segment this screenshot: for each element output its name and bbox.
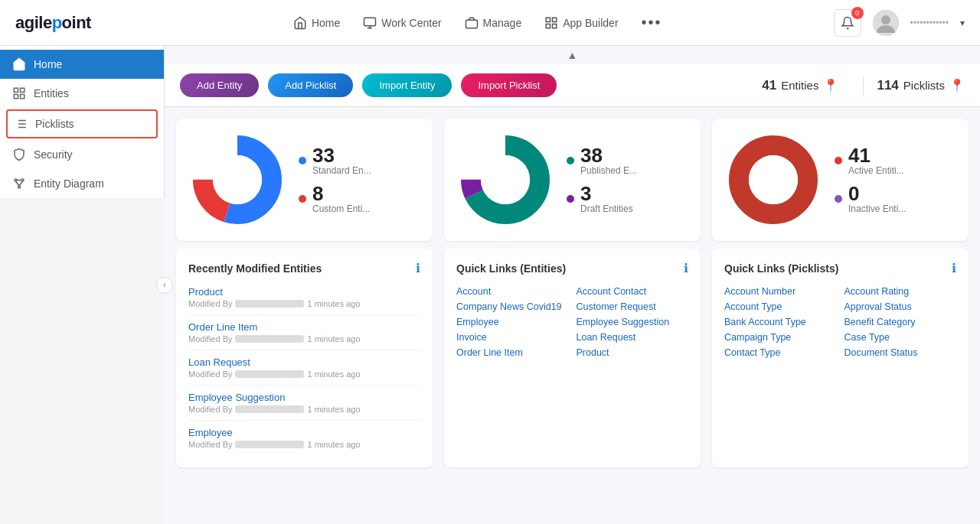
quick-link-account-type[interactable]: Account Type	[724, 301, 837, 312]
chart-card-2: 38 Published E... 3 Draft Entities	[444, 119, 701, 241]
quick-link-document-status[interactable]: Document Status	[844, 347, 957, 358]
entities-number: 41	[762, 78, 776, 93]
custom-label: Custom Enti...	[312, 203, 370, 214]
import-picklist-button[interactable]: Import Picklist	[461, 73, 557, 97]
picklists-icon	[14, 117, 28, 131]
nav-appbuilder-label: App Builder	[563, 17, 618, 29]
svg-point-22	[213, 155, 262, 204]
home-icon	[293, 16, 307, 30]
legend-item-draft: 3 Draft Entities	[567, 184, 637, 214]
modified-item-meta: Modified By 1 minutes ago	[188, 440, 420, 449]
recently-modified-info-icon[interactable]: ℹ	[416, 261, 420, 275]
quick-link-contact-type[interactable]: Contact Type	[724, 347, 837, 358]
active-label: Active Entiti...	[848, 165, 904, 176]
quick-link-bank-account-type[interactable]: Bank Account Type	[724, 317, 837, 327]
sidebar-security-label: Security	[34, 148, 73, 161]
sidebar-item-security[interactable]: Security	[0, 140, 164, 169]
entities-label: Entities	[781, 79, 818, 92]
import-entity-button[interactable]: Import Entity	[362, 73, 452, 97]
modified-item-name[interactable]: Loan Request	[188, 356, 420, 368]
home-icon	[12, 57, 26, 71]
chart-legend-1: 33 Standard En... 8 Custom Enti...	[299, 145, 371, 214]
avatar[interactable]	[873, 10, 899, 36]
quick-link-invoice[interactable]: Invoice	[456, 332, 569, 343]
active-count: 41	[848, 145, 904, 165]
modified-item-name[interactable]: Employee Suggestion	[188, 392, 420, 403]
legend-item-active: 41 Active Entiti...	[835, 145, 906, 176]
active-dot	[835, 157, 842, 164]
nav-more-button[interactable]: •••	[642, 14, 662, 31]
quick-link-benefit-category[interactable]: Benefit Category	[844, 317, 957, 327]
nav-items: Home Work Center Manage App Builder •••	[122, 14, 834, 31]
donut-chart-1	[191, 134, 283, 226]
add-picklist-button[interactable]: Add Picklist	[268, 73, 353, 97]
main-content: ▲ Add Entity Add Picklist Import Entity …	[165, 46, 980, 524]
nav-workcenter[interactable]: Work Center	[363, 16, 441, 30]
sidebar-item-picklists[interactable]: Picklists	[6, 109, 158, 138]
svg-rect-10	[14, 88, 18, 92]
quick-links-entities-card: Quick Links (Entities) ℹ Account Account…	[444, 249, 701, 467]
notifications-button[interactable]: 0	[834, 9, 861, 37]
chart-card-1: 33 Standard En... 8 Custom Enti...	[176, 119, 433, 241]
sidebar-item-home[interactable]: Home	[0, 50, 164, 79]
svg-rect-12	[14, 95, 18, 99]
modified-item-meta: Modified By 1 minutes ago	[188, 334, 420, 343]
sidebar-item-entities[interactable]: Entities	[0, 79, 164, 108]
quick-link-account-contact[interactable]: Account Contact	[577, 286, 689, 297]
quick-links-entities-grid: Account Account Contact Company News Cov…	[456, 286, 688, 358]
modified-item-name[interactable]: Order Line Item	[188, 321, 420, 333]
svg-point-16	[18, 186, 21, 188]
quick-link-order-line-item[interactable]: Order Line Item	[456, 347, 569, 358]
modified-item-name[interactable]: Product	[188, 286, 420, 298]
picklists-count-display: 114 Picklists 📍	[877, 78, 965, 93]
nav-workcenter-label: Work Center	[381, 17, 441, 29]
quick-link-customer-request[interactable]: Customer Request	[577, 301, 689, 312]
picklists-label: Picklists	[903, 79, 945, 92]
notification-badge: 0	[851, 7, 864, 19]
quick-links-picklists-header: Quick Links (Picklists) ℹ	[724, 261, 956, 275]
inactive-label: Inactive Enti...	[848, 203, 906, 214]
chart-legend-2: 38 Published E... 3 Draft Entities	[567, 145, 637, 214]
entities-count-display: 41 Entities 📍	[762, 78, 838, 93]
quick-links-picklists-info-icon[interactable]: ℹ	[952, 261, 956, 275]
quick-link-loan-request[interactable]: Loan Request	[577, 332, 689, 343]
logo[interactable]: agilepoint	[15, 13, 91, 33]
quick-link-account[interactable]: Account	[456, 286, 569, 297]
nav-appbuilder[interactable]: App Builder	[544, 16, 618, 30]
list-item: Order Line Item Modified By 1 minutes ag…	[188, 321, 420, 350]
donut-chart-2	[459, 134, 551, 226]
quick-link-account-rating[interactable]: Account Rating	[844, 286, 957, 297]
sidebar-item-entity-diagram[interactable]: Entity Diagram	[0, 169, 164, 198]
svg-rect-11	[21, 88, 24, 92]
quick-link-approval-status[interactable]: Approval Status	[844, 301, 957, 312]
published-label: Published E...	[580, 165, 637, 176]
quick-link-employee-suggestion[interactable]: Employee Suggestion	[577, 317, 689, 327]
standard-label: Standard En...	[312, 165, 371, 176]
user-menu-chevron[interactable]: ▾	[960, 18, 965, 28]
quick-link-account-number[interactable]: Account Number	[724, 286, 837, 297]
nav-manage[interactable]: Manage	[465, 16, 522, 30]
diagram-icon	[12, 177, 26, 190]
entities-location-icon: 📍	[823, 78, 838, 93]
charts-row: 33 Standard En... 8 Custom Enti...	[165, 107, 980, 249]
sidebar-entities-label: Entities	[34, 87, 69, 99]
nav-home[interactable]: Home	[293, 16, 340, 30]
quick-link-case-type[interactable]: Case Type	[844, 332, 957, 343]
svg-rect-7	[553, 24, 557, 28]
inactive-count: 0	[848, 184, 906, 203]
quick-links-entities-info-icon[interactable]: ℹ	[684, 261, 688, 275]
svg-rect-5	[553, 18, 557, 21]
list-item: Loan Request Modified By 1 minutes ago	[188, 356, 420, 386]
quick-link-company-news[interactable]: Company News Covid19	[456, 301, 569, 312]
sidebar-collapse-button[interactable]: ‹	[156, 277, 173, 294]
recently-modified-card: Recently Modified Entities ℹ Product Mod…	[176, 249, 433, 467]
chevron-up-icon[interactable]: ▲	[567, 49, 578, 61]
quick-link-employee[interactable]: Employee	[456, 317, 569, 327]
recently-modified-title: Recently Modified Entities	[188, 262, 322, 275]
modified-item-name[interactable]: Employee	[188, 427, 420, 438]
custom-count: 8	[312, 184, 370, 203]
quick-link-campaign-type[interactable]: Campaign Type	[724, 332, 837, 343]
quick-links-picklists-grid: Account Number Account Rating Account Ty…	[724, 286, 956, 358]
quick-link-product[interactable]: Product	[577, 347, 689, 358]
add-entity-button[interactable]: Add Entity	[180, 73, 259, 97]
